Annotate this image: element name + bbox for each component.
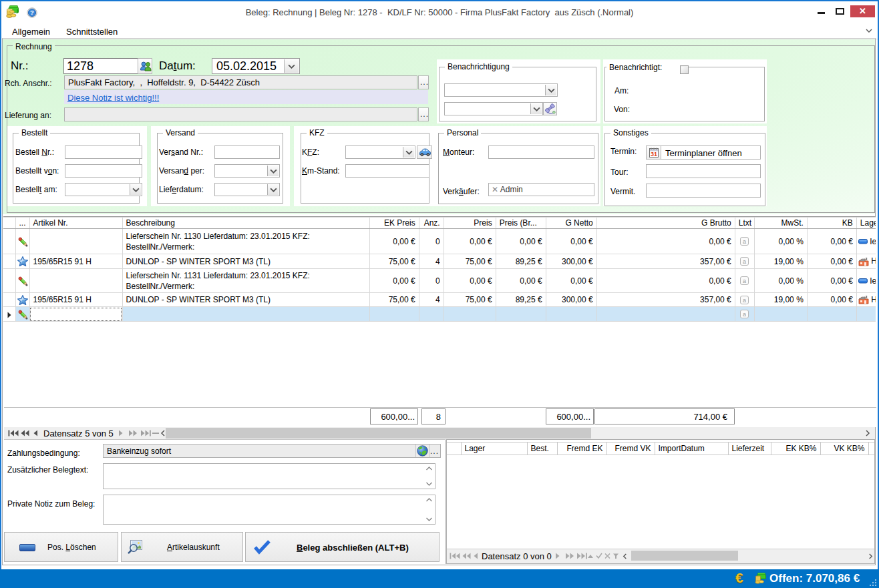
svg-text:Datensatz 0 von 0: Datensatz 0 von 0	[482, 552, 552, 560]
svg-text:Datensatz 5 von 5: Datensatz 5 von 5	[43, 429, 114, 437]
svg-text:31: 31	[651, 151, 657, 158]
